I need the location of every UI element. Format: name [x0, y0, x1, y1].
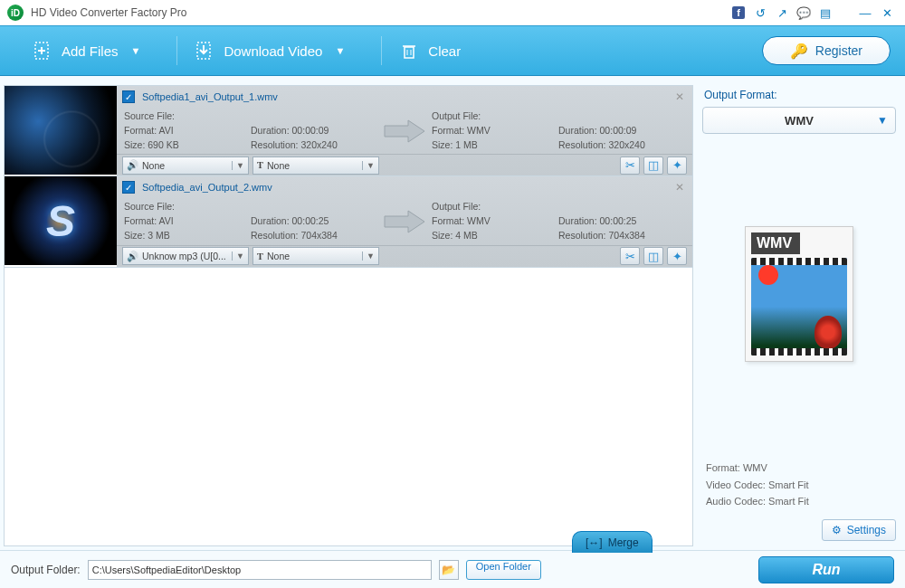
- merge-label: Merge: [608, 536, 639, 549]
- output-folder-input[interactable]: C:\Users\SoftpediaEditor\Desktop: [88, 560, 432, 580]
- add-files-button[interactable]: Add Files ▼: [14, 33, 176, 69]
- checkbox[interactable]: ✓: [122, 181, 135, 194]
- settings-button[interactable]: ⚙ Settings: [822, 519, 896, 541]
- merge-icon: [↔]: [586, 536, 603, 549]
- arrow-icon: [377, 209, 432, 234]
- trash-icon: [399, 41, 419, 61]
- subtitle-dropdown[interactable]: TNone▼: [252, 247, 379, 265]
- crop-icon[interactable]: ◫: [643, 247, 663, 265]
- file-item: ✓ Softpedia1_avi_Output_1.wmv ✕ Source F…: [5, 86, 692, 176]
- file-item: S ✓ Softpedia_avi_Output_2.wmv ✕ Source …: [5, 176, 692, 267]
- clear-label: Clear: [428, 43, 461, 59]
- output-format-value: WMV: [785, 114, 814, 128]
- remove-file-icon[interactable]: ✕: [672, 90, 687, 104]
- bottom-bar: [↔] Merge Output Folder: C:\Users\Softpe…: [0, 550, 905, 588]
- open-folder-button[interactable]: Open Folder: [466, 560, 541, 580]
- app-title: HD Video Converter Factory Pro: [31, 6, 187, 19]
- thumbnail[interactable]: S: [5, 176, 117, 265]
- format-badge: WMV: [751, 232, 800, 254]
- key-icon: 🔑: [790, 43, 808, 60]
- toolbar: Add Files ▼ Download Video ▼ Clear 🔑 Reg…: [0, 25, 905, 76]
- settings-label: Settings: [847, 524, 886, 536]
- cut-icon[interactable]: ✂: [620, 247, 640, 265]
- download-icon: [195, 41, 214, 61]
- chevron-down-icon: ▼: [362, 161, 375, 170]
- file-name: Softpedia_avi_Output_2.wmv: [142, 182, 272, 193]
- chevron-down-icon: ▼: [131, 45, 141, 56]
- speaker-icon: 🔊: [127, 159, 138, 171]
- chevron-down-icon: ▼: [232, 251, 244, 261]
- minimize-icon[interactable]: —: [854, 3, 876, 23]
- add-file-icon: [33, 41, 52, 61]
- output-format-dropdown[interactable]: WMV ▼: [702, 107, 896, 134]
- crop-icon[interactable]: ◫: [643, 156, 663, 175]
- arrow-icon: [377, 119, 432, 144]
- effects-icon[interactable]: ✦: [667, 247, 687, 265]
- download-video-label: Download Video: [224, 43, 322, 59]
- svg-marker-11: [385, 120, 424, 142]
- remove-file-icon[interactable]: ✕: [672, 180, 687, 194]
- chat-icon[interactable]: 💬: [793, 3, 814, 23]
- file-name: Softpedia1_avi_Output_1.wmv: [142, 91, 278, 102]
- register-label: Register: [815, 43, 862, 58]
- thumbnail[interactable]: [5, 86, 117, 175]
- audio-track-dropdown[interactable]: 🔊Unknow mp3 (U[0...▼: [122, 247, 249, 265]
- main-area: ✓ Softpedia1_avi_Output_1.wmv ✕ Source F…: [0, 76, 905, 550]
- close-icon[interactable]: ✕: [876, 3, 898, 23]
- run-label: Run: [812, 562, 840, 578]
- svg-text:f: f: [737, 7, 740, 18]
- undo-icon[interactable]: ↺: [749, 3, 771, 23]
- subtitle-dropdown[interactable]: TNone▼: [252, 156, 379, 175]
- format-info: Format: WMV Video Codec: Smart Fit Audio…: [702, 454, 896, 516]
- effects-icon[interactable]: ✦: [667, 156, 687, 175]
- titlebar: iD HD Video Converter Factory Pro f ↺ ↗ …: [0, 0, 905, 25]
- chevron-down-icon: ▼: [362, 251, 375, 261]
- speaker-icon: 🔊: [127, 251, 138, 262]
- chevron-down-icon: ▼: [335, 45, 345, 56]
- folder-icon: 📂: [442, 564, 455, 576]
- file-list: ✓ Softpedia1_avi_Output_1.wmv ✕ Source F…: [4, 85, 693, 546]
- output-folder-label: Output Folder:: [11, 564, 81, 576]
- output-label: Output File:: [432, 109, 558, 124]
- checkbox[interactable]: ✓: [122, 90, 135, 103]
- svg-rect-7: [405, 47, 414, 58]
- clear-button[interactable]: Clear: [381, 33, 497, 69]
- arrow-icon[interactable]: ↗: [771, 3, 793, 23]
- svg-marker-12: [385, 211, 424, 232]
- gear-icon: ⚙: [832, 524, 842, 536]
- output-format-title: Output Format:: [702, 85, 896, 107]
- format-preview: WMV: [702, 134, 896, 454]
- chevron-down-icon: ▼: [877, 114, 888, 127]
- app-logo: iD: [7, 5, 24, 21]
- list-icon[interactable]: ▤: [814, 3, 836, 23]
- download-video-button[interactable]: Download Video ▼: [176, 33, 381, 69]
- merge-button[interactable]: [↔] Merge: [572, 531, 653, 553]
- source-label: Source File:: [124, 109, 251, 124]
- audio-track-dropdown[interactable]: 🔊None▼: [122, 156, 249, 175]
- output-panel: Output Format: WMV ▼ WMV Format: WMV Vid…: [693, 85, 901, 546]
- add-files-label: Add Files: [62, 43, 119, 59]
- chevron-down-icon: ▼: [232, 161, 244, 170]
- run-button[interactable]: Run: [758, 556, 894, 583]
- cut-icon[interactable]: ✂: [620, 156, 640, 175]
- browse-folder-button[interactable]: 📂: [439, 560, 459, 580]
- facebook-icon[interactable]: f: [728, 3, 749, 23]
- register-button[interactable]: 🔑 Register: [762, 36, 891, 65]
